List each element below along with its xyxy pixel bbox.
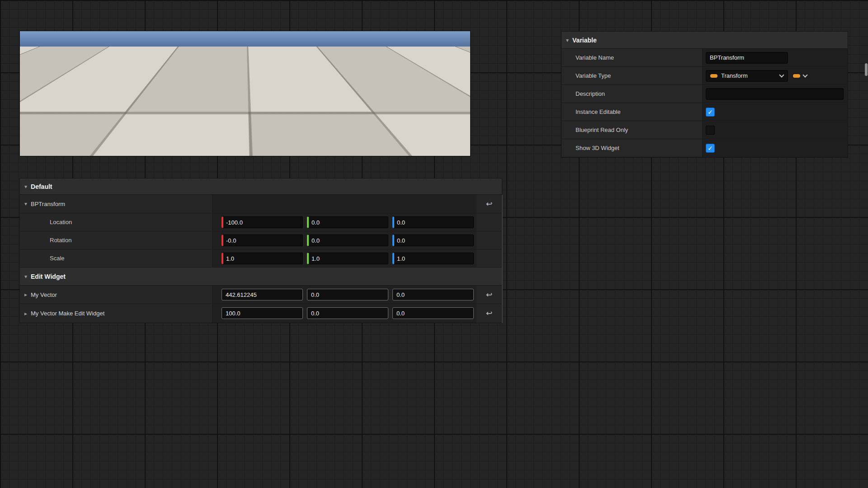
location-x-input[interactable] xyxy=(222,216,303,228)
check-icon: ✓ xyxy=(708,145,713,152)
location-value-cell xyxy=(212,213,476,231)
location-label: Location xyxy=(20,213,212,231)
variable-name-row: Variable Name xyxy=(561,49,848,67)
myvector-widget-label: MyVector_MakeEditWidget xyxy=(369,105,439,112)
chevron-down-icon xyxy=(802,72,807,77)
show-3d-widget-row: Show 3D Widget ✓ xyxy=(561,139,848,157)
location-row: Location xyxy=(20,213,502,231)
my-vector-label: My Vector xyxy=(31,291,57,298)
vertical-scrollbar-thumb[interactable] xyxy=(865,63,868,76)
blueprint-read-only-checkbox[interactable] xyxy=(706,126,715,135)
chevron-down-icon xyxy=(779,72,784,77)
edit-widget-category-header[interactable]: ▾ Edit Widget xyxy=(20,267,502,286)
details-panel-edge xyxy=(502,195,503,323)
container-type-dropdown[interactable] xyxy=(793,74,807,78)
bptransform-label: BPTransform xyxy=(31,201,65,207)
preview-sphere xyxy=(217,89,257,129)
viewport-sky xyxy=(20,31,470,47)
defaults-details-panel: ▾ Default ▾ BPTransform ↩ Location Rotat… xyxy=(20,178,502,323)
my-vector-make-edit-widget-name-cell[interactable]: ▸ My Vector Make Edit Widget xyxy=(20,304,212,323)
variable-category-header[interactable]: ▾ Variable xyxy=(561,32,848,49)
blueprint-editor-canvas: BPTransform MyVector_MakeEditWidget ▾ Va… xyxy=(0,0,868,488)
expand-right-icon: ▸ xyxy=(24,311,27,316)
scale-value-cell xyxy=(212,249,476,267)
blueprint-read-only-row: Blueprint Read Only xyxy=(561,121,848,139)
scale-row: Scale xyxy=(20,249,502,267)
my-vector-x-input[interactable] xyxy=(222,289,303,300)
variable-type-selected: Transform xyxy=(721,72,748,79)
bptransform-name-cell[interactable]: ▾ BPTransform xyxy=(20,195,212,213)
instance-editable-label: Instance Editable xyxy=(576,103,621,121)
expand-down-icon: ▾ xyxy=(24,184,27,189)
variable-name-value-cell xyxy=(702,49,848,66)
variable-details-panel: ▾ Variable Variable Name Variable Type T… xyxy=(561,32,848,157)
rotation-z-input[interactable] xyxy=(392,235,474,246)
rotation-x-input[interactable] xyxy=(222,235,303,246)
scale-z-input[interactable] xyxy=(392,253,474,264)
show-3d-widget-value-cell: ✓ xyxy=(702,139,848,157)
description-value-cell xyxy=(702,85,848,103)
viewport-preview[interactable]: BPTransform MyVector_MakeEditWidget xyxy=(20,31,470,156)
my-vector-name-cell[interactable]: ▸ My Vector xyxy=(20,286,212,304)
variable-type-row: Variable Type Transform xyxy=(561,67,848,85)
my-vector-make-edit-widget-x-input[interactable] xyxy=(222,307,303,319)
viewport-horizon-haze xyxy=(20,47,470,70)
edit-widget-category-title: Edit Widget xyxy=(31,273,66,280)
expand-down-icon: ▾ xyxy=(24,201,27,206)
reset-to-default-button[interactable]: ↩ xyxy=(484,289,495,300)
variable-type-dropdown[interactable]: Transform xyxy=(706,70,788,82)
my-vector-value-cell xyxy=(212,286,476,304)
my-vector-y-input[interactable] xyxy=(307,289,388,300)
blueprint-read-only-value-cell xyxy=(702,121,848,139)
reset-to-default-button[interactable]: ↩ xyxy=(484,308,495,319)
my-vector-z-input[interactable] xyxy=(392,289,474,300)
rotation-label: Rotation xyxy=(20,231,212,249)
bptransform-value-cell xyxy=(212,195,476,213)
default-category-header[interactable]: ▾ Default xyxy=(20,178,502,195)
show-3d-widget-label: Show 3D Widget xyxy=(576,139,619,157)
scale-label: Scale xyxy=(20,249,212,267)
variable-category-title: Variable xyxy=(572,37,597,44)
variable-type-value-cell: Transform xyxy=(702,67,848,84)
rotation-y-input[interactable] xyxy=(307,235,388,246)
my-vector-make-edit-widget-label: My Vector Make Edit Widget xyxy=(31,310,104,317)
my-vector-make-edit-widget-z-input[interactable] xyxy=(392,307,474,319)
scale-y-input[interactable] xyxy=(307,253,388,264)
rotation-row: Rotation xyxy=(20,231,502,249)
transform-type-pill-icon xyxy=(710,74,717,78)
my-vector-make-edit-widget-row: ▸ My Vector Make Edit Widget ↩ xyxy=(20,304,502,323)
default-category-title: Default xyxy=(31,183,52,190)
blueprint-read-only-label: Blueprint Read Only xyxy=(576,121,628,139)
check-icon: ✓ xyxy=(708,108,713,116)
location-z-input[interactable] xyxy=(392,216,474,228)
instance-editable-row: Instance Editable ✓ xyxy=(561,103,848,121)
variable-type-label: Variable Type xyxy=(576,67,611,84)
rotation-value-cell xyxy=(212,231,476,249)
bptransform-widget-label: BPTransform xyxy=(88,113,122,120)
variable-name-input[interactable] xyxy=(706,52,788,64)
location-y-input[interactable] xyxy=(307,216,388,228)
bptransform-row: ▾ BPTransform ↩ xyxy=(20,195,502,213)
description-input[interactable] xyxy=(706,88,844,100)
reset-to-default-button[interactable]: ↩ xyxy=(484,198,495,209)
container-type-pill-icon xyxy=(793,74,800,78)
description-label: Description xyxy=(576,85,605,103)
description-row: Description xyxy=(561,85,848,103)
expand-down-icon: ▾ xyxy=(566,38,569,43)
expand-down-icon: ▾ xyxy=(24,274,27,279)
instance-editable-value-cell: ✓ xyxy=(702,103,848,121)
my-vector-row: ▸ My Vector ↩ xyxy=(20,286,502,304)
my-vector-make-edit-widget-y-input[interactable] xyxy=(307,307,388,319)
show-3d-widget-checkbox[interactable]: ✓ xyxy=(706,144,715,153)
my-vector-make-edit-widget-value-cell xyxy=(212,304,476,323)
expand-right-icon: ▸ xyxy=(24,292,27,297)
instance-editable-checkbox[interactable]: ✓ xyxy=(706,108,715,117)
variable-name-label: Variable Name xyxy=(576,49,614,66)
scale-x-input[interactable] xyxy=(222,253,303,264)
